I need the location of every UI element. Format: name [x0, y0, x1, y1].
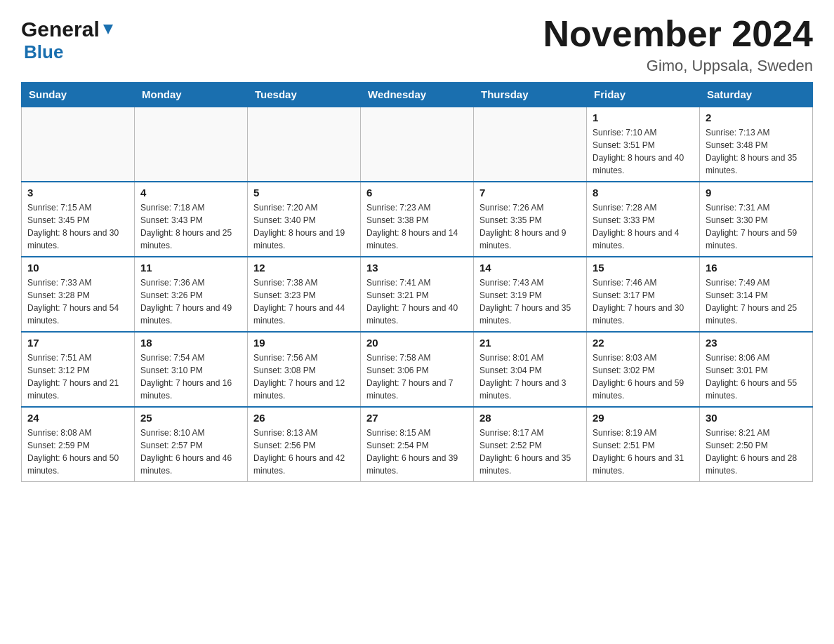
day-number: 19: [253, 337, 355, 349]
calendar-cell-w3-d2: 19Sunrise: 7:56 AMSunset: 3:08 PMDayligh…: [248, 332, 361, 407]
day-info: Sunrise: 8:08 AMSunset: 2:59 PMDaylight:…: [27, 427, 128, 477]
day-info: Sunrise: 7:13 AMSunset: 3:48 PMDaylight:…: [706, 126, 807, 177]
day-info: Sunrise: 8:19 AMSunset: 2:51 PMDaylight:…: [593, 427, 694, 477]
calendar-cell-w1-d4: 7Sunrise: 7:26 AMSunset: 3:35 PMDaylight…: [474, 182, 587, 257]
calendar-cell-w4-d6: 30Sunrise: 8:21 AMSunset: 2:50 PMDayligh…: [700, 407, 813, 482]
day-number: 14: [479, 262, 581, 274]
day-info: Sunrise: 8:21 AMSunset: 2:50 PMDaylight:…: [706, 427, 807, 477]
col-sunday: Sunday: [22, 83, 135, 107]
day-number: 15: [593, 262, 694, 274]
calendar-header-row: Sunday Monday Tuesday Wednesday Thursday…: [22, 83, 813, 107]
calendar-cell-w3-d6: 23Sunrise: 8:06 AMSunset: 3:01 PMDayligh…: [700, 332, 813, 407]
logo-general-text: General: [21, 18, 100, 41]
calendar-cell-w1-d3: 6Sunrise: 7:23 AMSunset: 3:38 PMDaylight…: [361, 182, 474, 257]
day-number: 22: [593, 337, 694, 349]
day-info: Sunrise: 7:23 AMSunset: 3:38 PMDaylight:…: [366, 201, 468, 252]
day-number: 27: [366, 412, 468, 424]
page-header: General Blue November 2024 Gimo, Uppsala…: [21, 14, 813, 75]
day-info: Sunrise: 7:41 AMSunset: 3:21 PMDaylight:…: [366, 276, 468, 327]
day-number: 8: [593, 187, 694, 199]
calendar-cell-w0-d3: [361, 107, 474, 182]
day-info: Sunrise: 7:46 AMSunset: 3:17 PMDaylight:…: [593, 276, 694, 327]
day-info: Sunrise: 8:10 AMSunset: 2:57 PMDaylight:…: [140, 427, 241, 477]
day-info: Sunrise: 7:38 AMSunset: 3:23 PMDaylight:…: [253, 276, 355, 327]
calendar-cell-w2-d3: 13Sunrise: 7:41 AMSunset: 3:21 PMDayligh…: [361, 257, 474, 332]
calendar-cell-w1-d2: 5Sunrise: 7:20 AMSunset: 3:40 PMDaylight…: [248, 182, 361, 257]
day-number: 26: [253, 412, 355, 424]
day-info: Sunrise: 7:20 AMSunset: 3:40 PMDaylight:…: [253, 201, 355, 252]
day-number: 5: [253, 187, 355, 199]
calendar-cell-w0-d5: 1Sunrise: 7:10 AMSunset: 3:51 PMDaylight…: [587, 107, 700, 182]
day-info: Sunrise: 7:31 AMSunset: 3:30 PMDaylight:…: [706, 201, 807, 252]
day-info: Sunrise: 7:36 AMSunset: 3:26 PMDaylight:…: [140, 276, 241, 327]
calendar-subtitle: Gimo, Uppsala, Sweden: [543, 57, 813, 75]
day-info: Sunrise: 7:15 AMSunset: 3:45 PMDaylight:…: [27, 201, 128, 252]
calendar-cell-w4-d3: 27Sunrise: 8:15 AMSunset: 2:54 PMDayligh…: [361, 407, 474, 482]
calendar-table: Sunday Monday Tuesday Wednesday Thursday…: [21, 82, 813, 482]
calendar-title: November 2024: [543, 14, 813, 54]
day-info: Sunrise: 8:03 AMSunset: 3:02 PMDaylight:…: [593, 351, 694, 402]
day-info: Sunrise: 7:33 AMSunset: 3:28 PMDaylight:…: [27, 276, 128, 327]
col-tuesday: Tuesday: [248, 83, 361, 107]
calendar-cell-w0-d2: [248, 107, 361, 182]
week-row-3: 17Sunrise: 7:51 AMSunset: 3:12 PMDayligh…: [22, 332, 813, 407]
week-row-1: 3Sunrise: 7:15 AMSunset: 3:45 PMDaylight…: [22, 182, 813, 257]
calendar-cell-w2-d4: 14Sunrise: 7:43 AMSunset: 3:19 PMDayligh…: [474, 257, 587, 332]
title-block: November 2024 Gimo, Uppsala, Sweden: [543, 14, 813, 75]
day-number: 18: [140, 337, 241, 349]
calendar-cell-w0-d4: [474, 107, 587, 182]
calendar-cell-w4-d4: 28Sunrise: 8:17 AMSunset: 2:52 PMDayligh…: [474, 407, 587, 482]
day-number: 25: [140, 412, 241, 424]
day-number: 4: [140, 187, 241, 199]
col-friday: Friday: [587, 83, 700, 107]
calendar-cell-w3-d4: 21Sunrise: 8:01 AMSunset: 3:04 PMDayligh…: [474, 332, 587, 407]
calendar-cell-w0-d1: [135, 107, 248, 182]
week-row-2: 10Sunrise: 7:33 AMSunset: 3:28 PMDayligh…: [22, 257, 813, 332]
calendar-cell-w1-d5: 8Sunrise: 7:28 AMSunset: 3:33 PMDaylight…: [587, 182, 700, 257]
day-info: Sunrise: 8:13 AMSunset: 2:56 PMDaylight:…: [253, 427, 355, 477]
calendar-cell-w1-d6: 9Sunrise: 7:31 AMSunset: 3:30 PMDaylight…: [700, 182, 813, 257]
day-number: 29: [593, 412, 694, 424]
day-number: 1: [593, 112, 694, 123]
day-number: 3: [27, 187, 128, 199]
calendar-cell-w2-d0: 10Sunrise: 7:33 AMSunset: 3:28 PMDayligh…: [22, 257, 135, 332]
calendar-cell-w2-d1: 11Sunrise: 7:36 AMSunset: 3:26 PMDayligh…: [135, 257, 248, 332]
day-info: Sunrise: 8:17 AMSunset: 2:52 PMDaylight:…: [479, 427, 581, 477]
day-number: 16: [706, 262, 807, 274]
calendar-cell-w4-d0: 24Sunrise: 8:08 AMSunset: 2:59 PMDayligh…: [22, 407, 135, 482]
col-monday: Monday: [135, 83, 248, 107]
calendar-cell-w4-d2: 26Sunrise: 8:13 AMSunset: 2:56 PMDayligh…: [248, 407, 361, 482]
calendar-cell-w4-d5: 29Sunrise: 8:19 AMSunset: 2:51 PMDayligh…: [587, 407, 700, 482]
day-number: 9: [706, 187, 807, 199]
calendar-cell-w2-d5: 15Sunrise: 7:46 AMSunset: 3:17 PMDayligh…: [587, 257, 700, 332]
day-number: 12: [253, 262, 355, 274]
day-info: Sunrise: 7:18 AMSunset: 3:43 PMDaylight:…: [140, 201, 241, 252]
calendar-cell-w1-d1: 4Sunrise: 7:18 AMSunset: 3:43 PMDaylight…: [135, 182, 248, 257]
day-number: 20: [366, 337, 468, 349]
svg-marker-0: [103, 25, 113, 34]
day-number: 21: [479, 337, 581, 349]
day-number: 28: [479, 412, 581, 424]
day-number: 13: [366, 262, 468, 274]
calendar-cell-w4-d1: 25Sunrise: 8:10 AMSunset: 2:57 PMDayligh…: [135, 407, 248, 482]
calendar-cell-w1-d0: 3Sunrise: 7:15 AMSunset: 3:45 PMDaylight…: [22, 182, 135, 257]
logo-triangle-icon: [100, 22, 116, 37]
day-number: 23: [706, 337, 807, 349]
week-row-0: 1Sunrise: 7:10 AMSunset: 3:51 PMDaylight…: [22, 107, 813, 182]
col-thursday: Thursday: [474, 83, 587, 107]
day-info: Sunrise: 7:58 AMSunset: 3:06 PMDaylight:…: [366, 351, 468, 402]
day-number: 6: [366, 187, 468, 199]
col-saturday: Saturday: [700, 83, 813, 107]
day-number: 24: [27, 412, 128, 424]
calendar-cell-w3-d0: 17Sunrise: 7:51 AMSunset: 3:12 PMDayligh…: [22, 332, 135, 407]
col-wednesday: Wednesday: [361, 83, 474, 107]
logo-blue-text: Blue: [24, 41, 63, 62]
calendar-cell-w0-d0: [22, 107, 135, 182]
week-row-4: 24Sunrise: 8:08 AMSunset: 2:59 PMDayligh…: [22, 407, 813, 482]
calendar-cell-w2-d2: 12Sunrise: 7:38 AMSunset: 3:23 PMDayligh…: [248, 257, 361, 332]
day-number: 17: [27, 337, 128, 349]
day-info: Sunrise: 7:10 AMSunset: 3:51 PMDaylight:…: [593, 126, 694, 177]
day-info: Sunrise: 7:56 AMSunset: 3:08 PMDaylight:…: [253, 351, 355, 402]
day-info: Sunrise: 7:54 AMSunset: 3:10 PMDaylight:…: [140, 351, 241, 402]
day-info: Sunrise: 7:51 AMSunset: 3:12 PMDaylight:…: [27, 351, 128, 402]
